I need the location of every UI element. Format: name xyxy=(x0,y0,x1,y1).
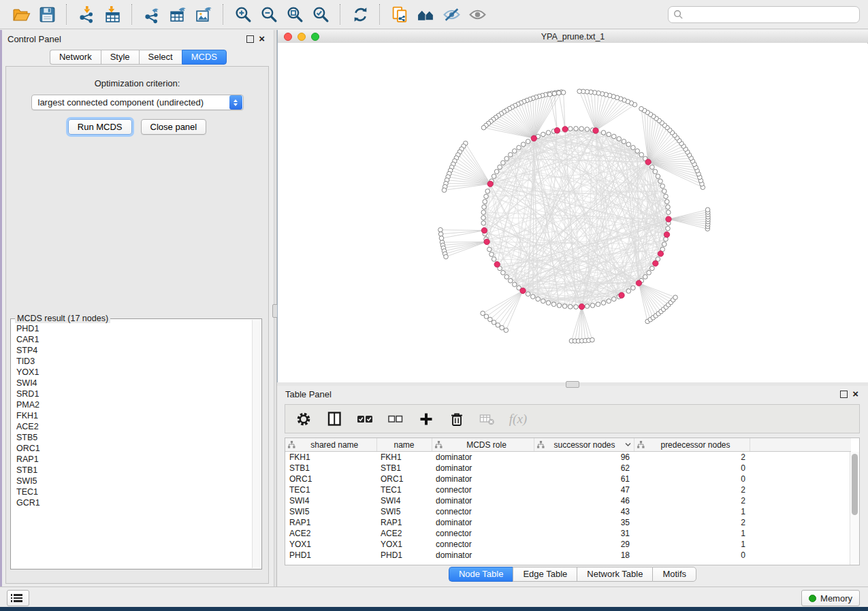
network-graph[interactable] xyxy=(278,43,867,381)
table-row[interactable]: STB1STB1dominator620 xyxy=(285,463,851,474)
mcds-result-item[interactable]: SWI4 xyxy=(16,378,252,389)
mcds-result-item[interactable]: GCR1 xyxy=(16,497,252,508)
cell-name[interactable]: SWI4 xyxy=(376,495,432,506)
cell-predecessor-nodes[interactable]: 0 xyxy=(634,463,750,474)
mcds-result-item[interactable]: PHD1 xyxy=(16,323,252,334)
table-row[interactable]: YOX1YOX1connector291 xyxy=(285,539,851,550)
tab-select[interactable]: Select xyxy=(139,50,182,65)
network-window-titlebar[interactable]: YPA_prune.txt_1 xyxy=(278,30,868,44)
table-scrollbar[interactable] xyxy=(850,452,859,565)
mcds-result-item[interactable]: SWI5 xyxy=(16,476,252,486)
tab-style[interactable]: Style xyxy=(101,50,139,65)
table-options-button[interactable] xyxy=(295,410,312,428)
apply-function-button[interactable]: f(x) xyxy=(509,410,527,428)
window-close-button[interactable] xyxy=(284,33,292,41)
import-network-button[interactable] xyxy=(74,2,99,27)
new-network-from-selection-button[interactable] xyxy=(387,2,413,27)
table-row[interactable]: TEC1TEC1connector472 xyxy=(285,484,851,495)
cell-mcds-role[interactable]: dominator xyxy=(432,495,534,506)
mcds-result-item[interactable]: STB1 xyxy=(16,465,252,476)
column-header-name[interactable]: name xyxy=(376,438,432,452)
zoom-selected-button[interactable] xyxy=(308,2,334,27)
cell-mcds-role[interactable]: dominator xyxy=(432,474,534,484)
open-session-button[interactable] xyxy=(8,2,34,27)
export-table-button[interactable] xyxy=(165,2,191,27)
cell-shared-name[interactable]: YOX1 xyxy=(285,539,376,550)
close-panel-icon[interactable]: × xyxy=(259,35,265,42)
table-row[interactable]: FKH1FKH1dominator962 xyxy=(285,452,851,463)
cell-predecessor-nodes[interactable]: 0 xyxy=(634,474,750,484)
cell-shared-name[interactable]: PHD1 xyxy=(285,550,376,561)
cell-name[interactable]: TEC1 xyxy=(376,484,432,495)
mcds-result-item[interactable]: TID3 xyxy=(16,356,252,367)
table-row[interactable]: RAP1RAP1dominator352 xyxy=(285,517,851,528)
float-panel-icon[interactable] xyxy=(246,35,254,43)
window-maximize-button[interactable] xyxy=(311,33,319,41)
cell-mcds-role[interactable]: connector xyxy=(432,506,534,517)
mcds-result-item[interactable]: SRD1 xyxy=(16,389,252,399)
save-session-button[interactable] xyxy=(34,2,60,27)
cell-successor-nodes[interactable]: 29 xyxy=(534,539,634,550)
select-all-button[interactable] xyxy=(356,410,374,428)
column-header-predecessor-nodes[interactable]: predecessor nodes xyxy=(634,438,750,452)
delete-table-button[interactable] xyxy=(479,410,496,428)
network-canvas[interactable] xyxy=(278,43,867,381)
search-input[interactable] xyxy=(684,9,854,20)
close-panel-button[interactable]: Close panel xyxy=(141,119,207,135)
zoom-fit-button[interactable] xyxy=(282,2,308,27)
cell-shared-name[interactable]: SWI4 xyxy=(285,495,376,506)
cell-name[interactable]: YOX1 xyxy=(376,539,432,550)
column-header-successor-nodes[interactable]: successor nodes xyxy=(534,438,634,452)
cell-successor-nodes[interactable]: 62 xyxy=(534,463,634,474)
cell-predecessor-nodes[interactable]: 1 xyxy=(634,506,750,517)
mcds-list-scrollbar[interactable] xyxy=(252,320,261,568)
cell-successor-nodes[interactable]: 31 xyxy=(534,528,634,539)
deselect-all-button[interactable] xyxy=(387,410,404,428)
cell-predecessor-nodes[interactable]: 2 xyxy=(634,517,750,528)
cell-successor-nodes[interactable]: 43 xyxy=(534,506,634,517)
status-menu-button[interactable] xyxy=(7,590,29,606)
cell-mcds-role[interactable]: dominator xyxy=(432,550,534,561)
cell-shared-name[interactable]: FKH1 xyxy=(285,452,376,463)
tab-motifs[interactable]: Motifs xyxy=(652,567,696,582)
cell-mcds-role[interactable]: connector xyxy=(432,539,534,550)
cell-predecessor-nodes[interactable]: 1 xyxy=(634,539,750,550)
cell-predecessor-nodes[interactable]: 2 xyxy=(634,452,750,463)
tab-mcds[interactable]: MCDS xyxy=(182,50,227,65)
cell-predecessor-nodes[interactable]: 1 xyxy=(634,528,750,539)
mcds-result-item[interactable]: STP4 xyxy=(16,345,252,356)
export-network-button[interactable] xyxy=(139,2,165,27)
cell-mcds-role[interactable]: dominator xyxy=(432,452,534,463)
mcds-result-item[interactable]: CAR1 xyxy=(16,334,252,345)
cell-mcds-role[interactable]: dominator xyxy=(432,517,534,528)
cell-predecessor-nodes[interactable]: 2 xyxy=(634,495,750,506)
mcds-result-item[interactable]: ACE2 xyxy=(16,421,252,432)
first-neighbors-button[interactable] xyxy=(413,2,438,27)
cell-name[interactable]: STB1 xyxy=(376,463,432,474)
add-column-button[interactable] xyxy=(417,410,435,428)
cell-successor-nodes[interactable]: 96 xyxy=(534,452,634,463)
cell-shared-name[interactable]: ORC1 xyxy=(285,474,376,484)
tab-network[interactable]: Network xyxy=(50,50,101,65)
cell-successor-nodes[interactable]: 61 xyxy=(534,474,634,484)
cell-successor-nodes[interactable]: 46 xyxy=(534,495,634,506)
cell-successor-nodes[interactable]: 47 xyxy=(534,484,634,495)
cell-successor-nodes[interactable]: 18 xyxy=(534,550,634,561)
tab-network-table[interactable]: Network Table xyxy=(577,567,652,582)
table-row[interactable]: ACE2ACE2connector311 xyxy=(285,528,851,539)
cell-mcds-role[interactable]: connector xyxy=(432,528,534,539)
column-header-MCDS-role[interactable]: MCDS role xyxy=(432,438,534,452)
mcds-result-item[interactable]: STB5 xyxy=(16,432,252,443)
table-row[interactable]: SWI4SWI4dominator462 xyxy=(285,495,851,506)
zoom-in-button[interactable] xyxy=(230,2,256,27)
cell-shared-name[interactable]: RAP1 xyxy=(285,517,376,528)
memory-button[interactable]: Memory xyxy=(801,590,860,606)
mcds-result-item[interactable]: RAP1 xyxy=(16,454,252,465)
zoom-out-button[interactable] xyxy=(256,2,282,27)
cell-name[interactable]: FKH1 xyxy=(376,452,432,463)
cell-name[interactable]: RAP1 xyxy=(376,517,432,528)
column-header-shared-name[interactable]: shared name xyxy=(285,438,376,452)
optimization-criterion-select[interactable]: largest connected component (undirected) xyxy=(31,95,244,110)
window-minimize-button[interactable] xyxy=(298,33,306,41)
toggle-columns-button[interactable] xyxy=(325,410,343,428)
